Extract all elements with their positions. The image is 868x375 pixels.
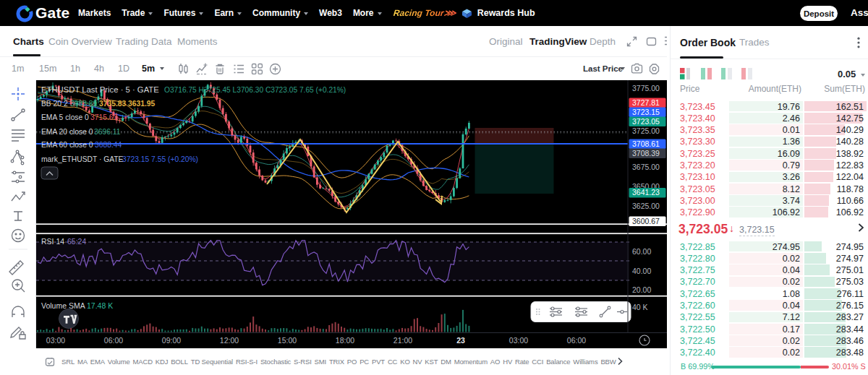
svg-text:3600.67: 3600.67 xyxy=(632,217,660,225)
svg-text:03:00: 03:00 xyxy=(46,336,65,345)
svg-text:3715.67: 3715.67 xyxy=(90,113,117,121)
svg-text:03:00: 03:00 xyxy=(509,336,528,345)
svg-text:3675.00: 3675.00 xyxy=(632,163,660,171)
svg-text:EMA 5 close 0: EMA 5 close 0 xyxy=(41,113,89,121)
svg-text:EMA 20 close 0: EMA 20 close 0 xyxy=(41,128,93,136)
svg-text:3735.83 3631.95: 3735.83 3631.95 xyxy=(99,100,156,108)
svg-text:3641.23: 3641.23 xyxy=(632,188,660,197)
svg-text:ETHUSDT Last Price · 5 · GATE: ETHUSDT Last Price · 5 · GATE xyxy=(41,85,159,94)
svg-text:12:00: 12:00 xyxy=(220,336,239,345)
svg-text:3775.00: 3775.00 xyxy=(632,84,660,92)
svg-text:RSI 14: RSI 14 xyxy=(41,237,64,246)
svg-text:3723.15: 3723.15 xyxy=(632,108,660,116)
svg-text:3688.44: 3688.44 xyxy=(95,141,122,149)
svg-text:Volume SMA: Volume SMA xyxy=(41,301,85,310)
svg-text:O3716.75 H3725.45 L3706.30 C37: O3716.75 H3725.45 L3706.30 C3723.05 7.65… xyxy=(164,86,346,94)
svg-text:3708.39: 3708.39 xyxy=(632,149,660,158)
svg-text:09:00: 09:00 xyxy=(162,336,181,345)
svg-text:3696.11: 3696.11 xyxy=(94,128,121,136)
svg-text:EMA 60 close 0: EMA 60 close 0 xyxy=(41,141,93,149)
svg-text:40.00: 40.00 xyxy=(632,267,651,275)
svg-text:3723.05: 3723.05 xyxy=(632,117,660,126)
svg-text:20.00: 20.00 xyxy=(632,285,651,294)
svg-text:mark_ETHUSDT · GATE: mark_ETHUSDT · GATE xyxy=(41,155,124,163)
svg-text:3683.89: 3683.89 xyxy=(70,100,97,108)
svg-text:60.00: 60.00 xyxy=(632,247,651,256)
svg-text:18:00: 18:00 xyxy=(336,336,354,345)
svg-text:15:00: 15:00 xyxy=(278,336,297,345)
svg-text:3708.61: 3708.61 xyxy=(632,139,660,148)
svg-text:BB 20 2: BB 20 2 xyxy=(41,100,68,108)
svg-text:23: 23 xyxy=(456,336,465,345)
svg-text:21:00: 21:00 xyxy=(393,336,412,345)
svg-text:3723.15 7.55 (+0.20%): 3723.15 7.55 (+0.20%) xyxy=(122,155,198,163)
svg-text:06:00: 06:00 xyxy=(567,336,586,345)
svg-text:40 K: 40 K xyxy=(632,303,648,311)
svg-text:3725.00: 3725.00 xyxy=(632,126,660,135)
svg-text:3727.81: 3727.81 xyxy=(632,98,660,107)
svg-text:17.48 K: 17.48 K xyxy=(87,301,113,310)
svg-text:65:24: 65:24 xyxy=(67,237,86,246)
svg-text:06:00: 06:00 xyxy=(104,336,123,345)
svg-text:3625.00: 3625.00 xyxy=(632,202,660,210)
